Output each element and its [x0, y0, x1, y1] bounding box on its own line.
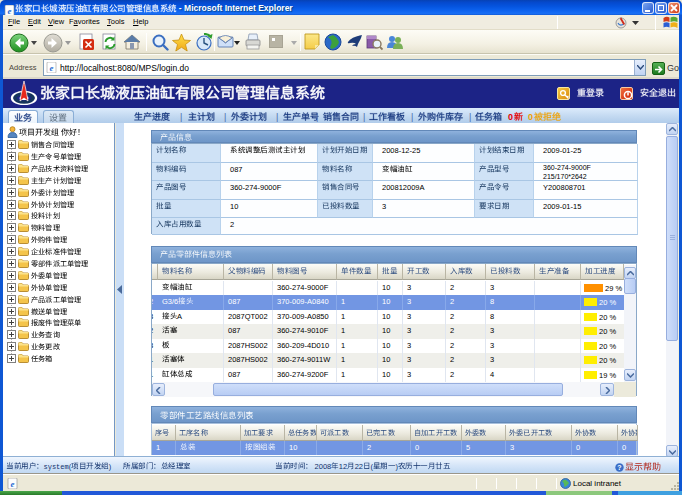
svg-text:e: e [11, 479, 15, 489]
svg-text:?: ? [617, 464, 621, 471]
